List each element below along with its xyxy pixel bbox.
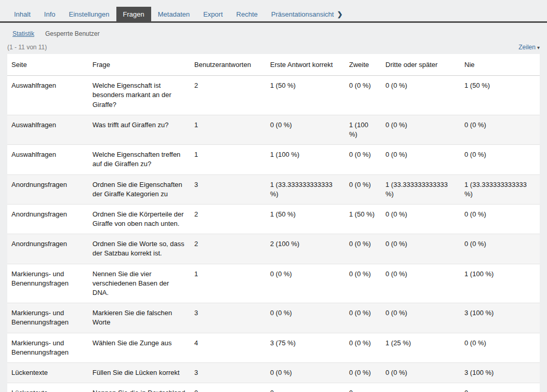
table-cell: 0 (0 %)	[345, 303, 381, 333]
subtab-gesperrte-benutzer[interactable]: Gesperrte Benutzer	[45, 30, 100, 37]
table-cell: 0 (0 %)	[345, 145, 381, 174]
table-row: AuswahlfragenWelche Eigenschaften treffe…	[7, 145, 540, 174]
subtab-bar: Statistik Gesperrte Benutzer	[0, 23, 547, 43]
tab-inhalt[interactable]: Inhalt	[7, 7, 37, 21]
table-cell: 0 (0 %)	[266, 264, 345, 303]
table-cell: Anordnungsfragen	[7, 204, 88, 234]
table-cell: 0 (0 %)	[460, 234, 540, 264]
pagination-range-top: (1 - 11 von 11)	[7, 44, 47, 51]
column-header-4: Erste Antwort korrekt	[266, 54, 345, 76]
table-cell: Markieren Sie die falschen Worte	[88, 303, 190, 333]
table-cell: 0 (0 %)	[381, 362, 460, 383]
table-cell: 0 (0 %)	[381, 204, 460, 234]
table-cell: 0 (0 %)	[381, 76, 460, 115]
table-cell: 3 (100 %)	[460, 303, 540, 333]
table-cell: Ordnen Sie die Worte so, dass der Satzba…	[88, 234, 190, 264]
table-cell: 3	[190, 174, 266, 204]
column-header-6: Dritte oder später	[381, 54, 460, 76]
table-cell: Nennen Sie die in Deutschland häufigste …	[88, 383, 190, 392]
table-cell: 1 (33.333333333333 %)	[460, 174, 540, 204]
table-cell: 0 (0 %)	[381, 303, 460, 333]
table-cell: 2 (100 %)	[266, 234, 345, 264]
table-row: AnordnungsfragenOrdnen Sie die Worte so,…	[7, 234, 540, 264]
table-cell: 0	[266, 383, 345, 392]
table-cell: 2	[190, 204, 266, 234]
table-row: AuswahlfragenWelche Eigenschaft ist beso…	[7, 76, 540, 115]
table-cell: 1 (50 %)	[266, 76, 345, 115]
table-cell: 0 (0 %)	[266, 303, 345, 333]
table-header-row: SeiteFrageBenutzerantwortenErste Antwort…	[7, 54, 540, 76]
column-header-3: Benutzerantworten	[190, 54, 266, 76]
table-row: LückentexteNennen Sie die in Deutschland…	[7, 383, 540, 392]
table-cell: Markierungs- und Benennungsfragen	[7, 303, 88, 333]
caret-down-icon: ▾	[537, 45, 540, 50]
table-cell: 0 (0 %)	[381, 145, 460, 174]
table-cell: 0 (0 %)	[345, 76, 381, 115]
table-cell: 0	[345, 383, 381, 392]
table-cell: 0 (0 %)	[345, 264, 381, 303]
table-cell: 0 (0 %)	[460, 333, 540, 362]
table-cell: 1	[190, 264, 266, 303]
table-cell: Füllen Sie die Lücken korrekt	[88, 362, 190, 383]
table-cell: 1 (50 %)	[460, 76, 540, 115]
table-cell: 3 (100 %)	[460, 362, 540, 383]
table-cell: 1 (100 %)	[266, 145, 345, 174]
table-cell: 0 (0 %)	[345, 362, 381, 383]
table-cell: Auswahlfragen	[7, 145, 88, 174]
subtab-statistik[interactable]: Statistik	[12, 30, 34, 37]
table-cell: 1	[190, 115, 266, 144]
table-cell: 0	[190, 383, 266, 392]
rows-dropdown[interactable]: Zeilen▾	[518, 44, 540, 51]
table-cell: 0 (0 %)	[381, 115, 460, 144]
table-cell: 3 (75 %)	[266, 333, 345, 362]
table-cell: 3	[190, 362, 266, 383]
column-header-5: Zweite	[345, 54, 381, 76]
table-cell: 0 (0 %)	[345, 234, 381, 264]
tab-einstellungen[interactable]: Einstellungen	[62, 7, 116, 21]
question-statistics-table: SeiteFrageBenutzerantwortenErste Antwort…	[7, 54, 540, 392]
table-cell: Wählen Sie die Zunge aus	[88, 333, 190, 362]
table-row: Markierungs- und BenennungsfragenNennen …	[7, 264, 540, 303]
tab-praesentationsansicht-label: Präsentationsansicht	[271, 10, 334, 18]
table-cell: 0 (0 %)	[345, 333, 381, 362]
table-row: AuswahlfragenWas trifft auf Giraffen zu?…	[7, 115, 540, 144]
table-cell: 1 (100 %)	[460, 264, 540, 303]
table-cell: Welche Eigenschaften treffen auf die Gir…	[88, 145, 190, 174]
tab-fragen[interactable]: Fragen	[116, 7, 151, 21]
table-cell: 0 (0 %)	[460, 115, 540, 144]
table-cell: 1 (50 %)	[266, 204, 345, 234]
table-cell: 0 (0 %)	[460, 145, 540, 174]
table-cell: 0 (0 %)	[345, 174, 381, 204]
table-cell: 1	[190, 145, 266, 174]
table-row: Markierungs- und BenennungsfragenWählen …	[7, 333, 540, 362]
tab-praesentationsansicht[interactable]: Präsentationsansicht❯	[264, 7, 350, 21]
tab-metadaten[interactable]: Metadaten	[151, 7, 196, 21]
table-cell: Markierungs- und Benennungsfragen	[7, 333, 88, 362]
column-header-1: Seite	[7, 54, 88, 76]
table-cell: 1 (33.333333333333 %)	[381, 174, 460, 204]
tab-export[interactable]: Export	[196, 7, 230, 21]
tab-rechte[interactable]: Rechte	[230, 7, 264, 21]
table-cell: 0 (0 %)	[266, 362, 345, 383]
table-cell: Auswahlfragen	[7, 115, 88, 144]
table-meta-top: (1 - 11 von 11) Zeilen▾	[7, 44, 540, 51]
table-cell: 1 (50 %)	[345, 204, 381, 234]
table-cell: Nennen Sie die vier verschiedenen Basen …	[88, 264, 190, 303]
table-cell: Anordnungsfragen	[7, 174, 88, 204]
tab-bar: Inhalt Info Einstellungen Fragen Metadat…	[0, 0, 547, 23]
table-row: AnordnungsfragenOrdnen Sie die Eigenscha…	[7, 174, 540, 204]
table-row: LückentexteFüllen Sie die Lücken korrekt…	[7, 362, 540, 383]
table-cell: 0 (0 %)	[266, 115, 345, 144]
table-cell: Lückentexte	[7, 383, 88, 392]
table-cell: 0 (0 %)	[381, 234, 460, 264]
table-cell: 2	[190, 76, 266, 115]
column-header-2: Frage	[88, 54, 190, 76]
table-cell: Was trifft auf Giraffen zu?	[88, 115, 190, 144]
table-cell: Ordnen Sie die Körperteile der Giraffe v…	[88, 204, 190, 234]
table-cell: 3	[190, 303, 266, 333]
table-cell	[381, 383, 460, 392]
table-cell: 1 (33.333333333333 %)	[266, 174, 345, 204]
table-cell: Auswahlfragen	[7, 76, 88, 115]
table-cell: 1 (25 %)	[381, 333, 460, 362]
tab-info[interactable]: Info	[37, 7, 62, 21]
